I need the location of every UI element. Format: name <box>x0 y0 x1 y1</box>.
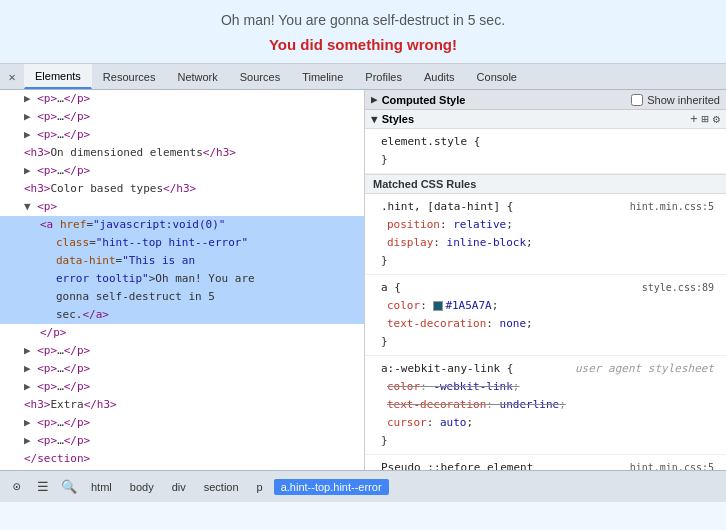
tab-timeline[interactable]: Timeline <box>291 65 354 89</box>
tab-resources[interactable]: Resources <box>92 65 167 89</box>
pseudo-selector: Pseudo ::before element hint.min.css:5 <box>373 459 718 470</box>
file-link[interactable]: hint.min.css:5 <box>630 199 714 215</box>
dom-line[interactable]: <a href="javascript:void(0)" <box>0 216 364 234</box>
tab-sources[interactable]: Sources <box>229 65 291 89</box>
css-prop: color: -webkit-link; <box>373 378 718 396</box>
tab-profiles[interactable]: Profiles <box>354 65 413 89</box>
dom-line[interactable]: error tooltip">Oh man! You are <box>0 270 364 288</box>
element-style-block: element.style { } <box>365 129 726 174</box>
dom-line[interactable]: ▶ <p>…</p> <box>0 432 364 450</box>
breadcrumb-body[interactable]: body <box>123 479 161 495</box>
tab-elements[interactable]: Elements <box>24 64 92 89</box>
dom-line[interactable]: ▶ <p>…</p> <box>0 360 364 378</box>
close-icon[interactable]: ✕ <box>4 69 20 85</box>
css-rule-close: } <box>373 432 718 450</box>
matched-css-header: Matched CSS Rules <box>365 174 726 194</box>
tab-network[interactable]: Network <box>166 65 228 89</box>
bottom-bar: ⊙ ☰ 🔍 htmlbodydivsectionpa.hint--top.hin… <box>0 470 726 502</box>
dom-line[interactable]: ▶ <p>…</p> <box>0 90 364 108</box>
dom-line[interactable]: <h3>On dimensioned elements</h3> <box>0 144 364 162</box>
element-style-close: } <box>373 151 718 169</box>
computed-style-arrow: ▶ <box>371 93 378 106</box>
css-prop: text-decoration: underline; <box>373 396 718 414</box>
file-link[interactable]: style.css:89 <box>642 280 714 296</box>
css-rule-selector: a {style.css:89 <box>373 279 718 297</box>
styles-arrow: ▼ <box>371 113 378 126</box>
dom-tree-icon[interactable]: ☰ <box>32 476 54 498</box>
dom-line[interactable]: ▶ <p>…</p> <box>0 378 364 396</box>
element-state-icon[interactable]: ⊞ <box>702 112 709 126</box>
dom-line[interactable]: </p> <box>0 324 364 342</box>
dom-panel: ▶ <p>…</p>▶ <p>…</p>▶ <p>…</p><h3>On dim… <box>0 90 365 470</box>
dom-line[interactable]: ▶ <p>…</p> <box>0 108 364 126</box>
dom-line[interactable]: ▶ <p>…</p> <box>0 342 364 360</box>
breadcrumb-div[interactable]: div <box>165 479 193 495</box>
dom-line[interactable]: <h3>Color based types</h3> <box>0 180 364 198</box>
dom-line[interactable]: <h3>Extra</h3> <box>0 396 364 414</box>
css-rule-block: a {style.css:89color: #1A5A7A;text-decor… <box>365 275 726 356</box>
dom-line[interactable]: </section> <box>0 450 364 468</box>
dom-line[interactable]: data-hint="This is an <box>0 252 364 270</box>
breadcrumb-section[interactable]: section <box>197 479 246 495</box>
preview-area: Oh man! You are gonna self-destruct in 5… <box>0 0 726 64</box>
preview-line1: Oh man! You are gonna self-destruct in 5… <box>20 12 706 28</box>
styles-bar: ▼ Styles + ⊞ ⚙ <box>365 110 726 129</box>
devtools-body: ▶ <p>…</p>▶ <p>…</p>▶ <p>…</p><h3>On dim… <box>0 90 726 470</box>
css-prop: color: #1A5A7A; <box>373 297 718 315</box>
pseudo-block: Pseudo ::before element hint.min.css:5 e… <box>365 455 726 470</box>
dom-line[interactable]: ▶ <p>…</p> <box>0 126 364 144</box>
dom-line[interactable]: ▶ <section class="section section--how">… <box>0 468 364 470</box>
element-style-selector: element.style { <box>373 133 718 151</box>
styles-panel: ▶ Computed Style Show inherited ▼ Styles… <box>365 90 726 470</box>
breadcrumb-p[interactable]: p <box>250 479 270 495</box>
dom-line[interactable]: gonna self-destruct in 5 <box>0 288 364 306</box>
inspect-icon[interactable]: ⊙ <box>6 476 28 498</box>
pseudo-file-link[interactable]: hint.min.css:5 <box>630 460 714 470</box>
show-inherited-wrap: Show inherited <box>631 94 720 106</box>
tab-console[interactable]: Console <box>466 65 528 89</box>
css-prop: text-decoration: none; <box>373 315 718 333</box>
css-rule-close: } <box>373 252 718 270</box>
css-rule-selector: a:-webkit-any-link {user agent styleshee… <box>373 360 718 378</box>
dom-line[interactable]: ▼ <p> <box>0 198 364 216</box>
css-rule-selector: .hint, [data-hint] {hint.min.css:5 <box>373 198 718 216</box>
styles-title: Styles <box>382 113 414 125</box>
devtools-tabs: ✕ ElementsResourcesNetworkSourcesTimelin… <box>0 64 726 90</box>
breadcrumb-a-hint--top-hint--error[interactable]: a.hint--top.hint--error <box>274 479 389 495</box>
css-prop: position: relative; <box>373 216 718 234</box>
dom-line[interactable]: ▶ <p>…</p> <box>0 414 364 432</box>
computed-style-bar: ▶ Computed Style Show inherited <box>365 90 726 110</box>
show-inherited-checkbox[interactable] <box>631 94 643 106</box>
add-style-icon[interactable]: + <box>690 112 697 126</box>
computed-style-title: Computed Style <box>382 94 466 106</box>
show-inherited-label: Show inherited <box>647 94 720 106</box>
settings-icon[interactable]: ⚙ <box>713 112 720 126</box>
tab-audits[interactable]: Audits <box>413 65 466 89</box>
dom-line[interactable]: sec.</a> <box>0 306 364 324</box>
css-prop: display: inline-block; <box>373 234 718 252</box>
dom-line[interactable]: class="hint--top hint--error" <box>0 234 364 252</box>
css-prop: cursor: auto; <box>373 414 718 432</box>
breadcrumb-html[interactable]: html <box>84 479 119 495</box>
css-rule-block: .hint, [data-hint] {hint.min.css:5positi… <box>365 194 726 275</box>
search-icon[interactable]: 🔍 <box>58 476 80 498</box>
css-rules-container: .hint, [data-hint] {hint.min.css:5positi… <box>365 194 726 455</box>
preview-line2: You did something wrong! <box>20 36 706 53</box>
css-rule-close: } <box>373 333 718 351</box>
css-rule-block: a:-webkit-any-link {user agent styleshee… <box>365 356 726 455</box>
dom-line[interactable]: ▶ <p>…</p> <box>0 162 364 180</box>
styles-actions: + ⊞ ⚙ <box>690 112 720 126</box>
